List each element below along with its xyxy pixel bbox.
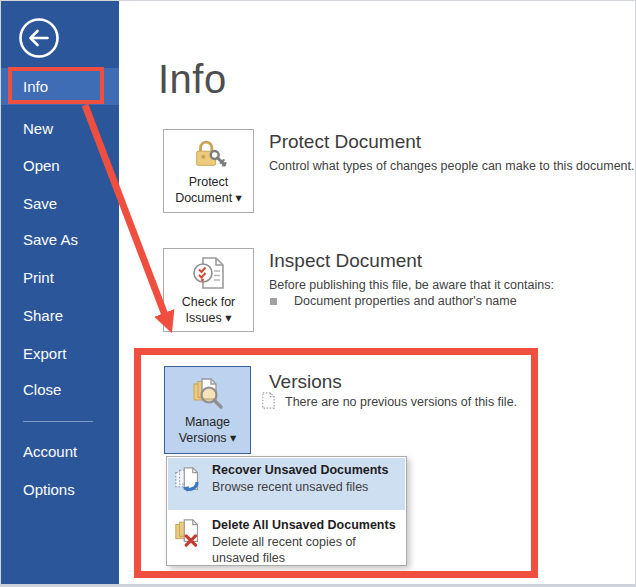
menu-item-subtitle: Browse recent unsaved files [212,480,368,494]
sidebar-item-options[interactable]: Options [1,471,119,508]
menu-item-delete-all-unsaved-documents[interactable]: Delete All Unsaved Documents Delete all … [167,510,406,565]
sidebar-item-open[interactable]: Open [1,147,119,184]
sidebar-item-account[interactable]: Account [1,433,119,470]
sidebar-item-export[interactable]: Export [1,335,119,372]
backstage-sidebar: Info New Open Save Save As Print Share E… [1,1,119,586]
versions-status-text: There are no previous versions of this f… [285,395,517,409]
inspect-document-heading: Inspect Document [269,250,422,272]
versions-heading: Versions [269,371,342,393]
protect-document-button[interactable]: Protect Document ▾ [163,129,254,213]
inspect-bullet-item: Document properties and author's name [294,294,517,308]
window-bottom-edge [1,584,635,586]
check-button-label-line2: Issues ▾ [182,310,236,326]
sidebar-item-share[interactable]: Share [1,297,119,334]
sidebar-item-close[interactable]: Close [1,371,119,408]
menu-item-subtitle-line1: Delete all recent copies of [212,535,356,549]
back-arrow-icon [17,16,61,60]
manage-versions-button[interactable]: Manage Versions ▾ [164,366,251,454]
check-for-issues-button[interactable]: Check for Issues ▾ [163,248,254,332]
protect-document-description: Control what types of changes people can… [269,159,635,173]
inspect-checklist-icon [191,255,227,291]
protect-button-label-line2: Document ▾ [175,190,242,206]
recover-unsaved-icon [173,465,205,497]
bullet-square-icon [270,298,277,305]
sidebar-item-new[interactable]: New [1,110,119,147]
protect-document-heading: Protect Document [269,131,421,153]
inspect-document-description: Before publishing this file, be aware th… [269,278,554,292]
word-backstage-info-view: Info New Open Save Save As Print Share E… [0,0,636,587]
menu-item-subtitle-line2: unsaved files [212,551,285,565]
sidebar-item-info[interactable]: Info [1,68,119,105]
menu-item-title: Delete All Unsaved Documents [212,518,396,532]
manage-button-label-line2: Versions ▾ [179,430,237,446]
manage-versions-icon [190,375,226,411]
menu-item-recover-unsaved-documents[interactable]: Recover Unsaved Documents Browse recent … [167,457,406,510]
unsaved-version-doc-icon [259,391,278,410]
sidebar-item-print[interactable]: Print [1,259,119,296]
page-title: Info [158,57,227,102]
lock-key-icon [191,137,227,171]
menu-item-title: Recover Unsaved Documents [212,463,388,477]
back-button[interactable] [17,16,61,60]
check-button-label-line1: Check for [182,294,236,310]
manage-button-label-line1: Manage [179,414,237,430]
sidebar-divider [23,421,93,422]
manage-versions-dropdown-menu: Recover Unsaved Documents Browse recent … [166,456,407,566]
sidebar-item-save-as[interactable]: Save As [1,221,119,258]
protect-button-label-line1: Protect [175,174,242,190]
sidebar-item-save[interactable]: Save [1,185,119,222]
delete-unsaved-icon [173,517,205,549]
